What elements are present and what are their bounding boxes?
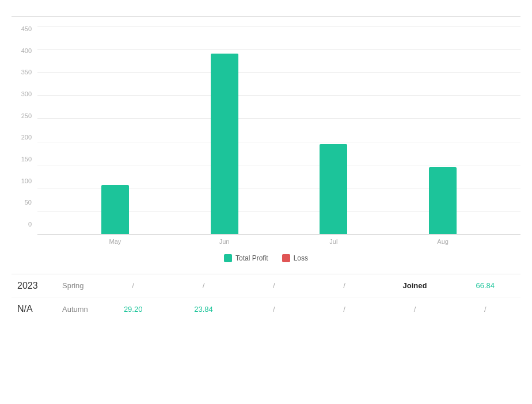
table-cell: 29.20: [98, 305, 168, 314]
bar: [101, 185, 129, 234]
x-axis-label: May: [98, 238, 132, 245]
table-wrapper: 2023Spring////Joined66.84N/AAutumn29.202…: [12, 274, 520, 320]
y-axis-label: 300: [21, 91, 32, 97]
chart-body: MayJunJulAug: [37, 26, 520, 245]
table-cell: /: [168, 281, 238, 290]
table-cell: /: [309, 305, 379, 314]
x-axis-label: Aug: [425, 238, 460, 245]
bar: [429, 167, 457, 234]
y-axis-label: 0: [28, 221, 32, 228]
table-joined-value: 66.84: [450, 281, 520, 290]
table-cell: /: [309, 281, 379, 290]
x-axis-label: Jul: [316, 238, 351, 245]
legend-label: Loss: [294, 254, 308, 262]
table-season: Autumn: [58, 305, 98, 314]
y-axis-label: 250: [21, 113, 32, 119]
table-year: 2023: [17, 281, 52, 291]
legend-swatch: [282, 254, 290, 262]
table-row: 2023Spring////Joined66.84: [12, 274, 520, 297]
y-axis-label: 400: [21, 48, 32, 54]
bar: [211, 54, 238, 234]
table-cell: 23.84: [168, 305, 238, 314]
table-na: N/A: [17, 304, 52, 314]
legend-item: Loss: [282, 254, 308, 262]
bar-group: [207, 54, 242, 234]
bar-group: [98, 185, 132, 234]
table-cell: /: [239, 305, 309, 314]
x-axis-label: Jun: [207, 238, 242, 245]
legend-item: Total Profit: [224, 254, 268, 262]
title-divider: [12, 16, 520, 17]
legend-swatch: [224, 254, 232, 262]
y-axis-label: 100: [21, 178, 32, 184]
main-container: 450400350300250200150100500 MayJunJulAug…: [0, 0, 532, 320]
bar-group: [425, 167, 460, 234]
y-axis-label: 150: [21, 156, 32, 163]
bars-and-grid: [37, 26, 520, 235]
chart-area: 450400350300250200150100500 MayJunJulAug: [12, 26, 520, 245]
chart-legend: Total ProfitLoss: [12, 254, 520, 262]
table-cells: 29.2023.84////: [98, 305, 520, 314]
table-year-block: 2023: [12, 278, 58, 293]
y-axis-label: 200: [21, 134, 32, 141]
table-joined-label: Joined: [379, 281, 450, 290]
bars-row: [37, 26, 520, 234]
table-row: N/AAutumn29.2023.84////: [12, 297, 520, 320]
table-cells: ////Joined66.84: [98, 281, 520, 290]
bar-group: [316, 144, 351, 234]
table-na-block: N/A: [12, 301, 58, 316]
table-joined-value: /: [450, 305, 520, 314]
table-section: 2023Spring////Joined66.84N/AAutumn29.202…: [12, 274, 520, 320]
table-cell: /: [239, 281, 309, 290]
bar: [320, 144, 347, 234]
legend-label: Total Profit: [235, 254, 268, 262]
y-axis-label: 50: [25, 199, 32, 206]
table-joined-label: /: [379, 305, 450, 314]
x-labels: MayJunJulAug: [37, 235, 520, 245]
y-axis-label: 450: [21, 26, 32, 32]
table-season: Spring: [58, 281, 98, 290]
y-axis-label: 350: [21, 69, 32, 75]
table-cell: /: [98, 281, 168, 290]
y-axis: 450400350300250200150100500: [12, 26, 37, 245]
